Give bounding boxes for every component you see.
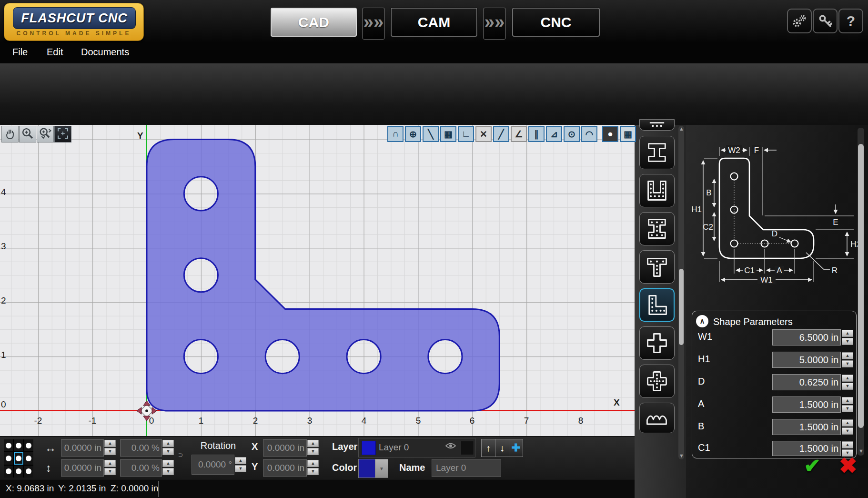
snap-tangent-button[interactable]: ⊙ [564, 126, 580, 142]
rotation-spinner[interactable]: ▲▼ [235, 457, 246, 473]
grid-snap-icon: ▦ [444, 129, 453, 140]
anchor-top-left[interactable] [4, 439, 13, 451]
shape-i-beam-holes[interactable] [639, 212, 675, 245]
snap-grid-button[interactable]: ▦ [440, 126, 456, 142]
width-spinner[interactable]: ▲▼ [104, 439, 116, 456]
height-percent-spinner[interactable]: ▲▼ [162, 459, 174, 476]
scroll-down-icon[interactable]: ▼ [858, 448, 864, 454]
layer-name-input[interactable]: Layer 0 [432, 459, 501, 477]
shape-i-beam[interactable] [639, 136, 675, 169]
snap-intersection-button[interactable]: ✕ [475, 126, 492, 142]
panel-scrollbar-thumb[interactable] [858, 144, 864, 428]
shape-cross[interactable] [639, 326, 675, 360]
shape-corrugated[interactable] [639, 403, 675, 433]
zoom-in-button[interactable] [19, 126, 36, 142]
zoom-window-button[interactable] [37, 126, 54, 142]
drawing-canvas[interactable]: Y X -2 -1 0 1 2 3 4 5 6 7 8 4 3 2 1 0 [0, 125, 635, 436]
snap-nearest-button[interactable]: ∩ [387, 126, 404, 142]
x-position-spinner[interactable]: ▲▼ [307, 439, 319, 456]
snap-corner-button[interactable]: ∟ [458, 126, 474, 142]
layer-name-text: Layer 0 [379, 442, 409, 453]
snap-parallel-button[interactable]: ∥ [528, 126, 545, 142]
collapse-parameters-button[interactable]: ∧ [696, 315, 708, 327]
menu-documents[interactable]: Documents [81, 47, 129, 58]
grid-display-toggle[interactable]: ▦ [620, 126, 636, 142]
snap-perpendicular-button[interactable]: ⊿ [546, 126, 562, 142]
param-input-a[interactable]: 1.5000 in [772, 396, 841, 413]
rotation-input[interactable]: 0.0000 ° [192, 455, 234, 475]
anchor-top-right[interactable] [24, 439, 33, 451]
param-a-spinner[interactable]: ▲▼ [842, 396, 853, 413]
param-input-d[interactable]: 0.6250 in [772, 374, 841, 390]
anchor-bottom-center[interactable] [14, 466, 23, 478]
param-b-spinner[interactable]: ▲▼ [842, 419, 853, 435]
grid-icon: ▦ [624, 129, 632, 140]
anchor-bottom-right[interactable] [24, 466, 33, 478]
height-input[interactable]: 0.0000 in [61, 459, 104, 477]
cad-mode-button[interactable]: CAD [271, 8, 357, 37]
height-spinner[interactable]: ▲▼ [104, 459, 116, 476]
origin-move-handle[interactable] [136, 400, 158, 422]
y-position-spinner[interactable]: ▲▼ [307, 459, 319, 476]
shape-l-bracket-selected[interactable] [639, 288, 675, 322]
param-input-h1[interactable]: 5.0000 in [772, 352, 841, 368]
cnc-mode-button[interactable]: CNC [512, 8, 600, 37]
cam-to-cnc-chevron[interactable]: »» [483, 8, 506, 40]
param-input-w1[interactable]: 6.5000 in [772, 329, 841, 346]
scroll-up-icon[interactable]: ▲ [679, 126, 684, 132]
y-position-input[interactable]: 0.0000 in [263, 459, 307, 477]
snap-endpoint-button[interactable]: ╲ [423, 126, 439, 142]
height-percent-input[interactable]: 0.00 % [120, 459, 162, 477]
snap-center-button[interactable]: ⊕ [405, 126, 421, 142]
anchor-middle-left[interactable] [4, 452, 13, 464]
menu-file[interactable]: File [12, 47, 28, 58]
anchor-bottom-left[interactable] [4, 466, 13, 478]
anchor-center-selected[interactable] [14, 452, 23, 464]
pan-button[interactable] [1, 126, 19, 142]
width-input[interactable]: 0.0000 in [61, 439, 104, 457]
scrollbar-thumb[interactable] [679, 269, 684, 345]
shape-u-channel[interactable] [639, 174, 675, 207]
settings-button[interactable] [787, 9, 812, 33]
layer-add-button[interactable]: ✚ [509, 439, 523, 457]
cam-mode-button[interactable]: CAM [391, 8, 477, 37]
shape-t-bracket[interactable] [639, 250, 675, 284]
snap-tangent-arc-button[interactable]: ◠ [581, 126, 597, 142]
color-selector[interactable]: ▼ [358, 459, 388, 478]
shape-cross-holes[interactable] [639, 365, 675, 398]
param-input-b[interactable]: 1.5000 in [772, 419, 841, 435]
gears-icon [792, 14, 807, 28]
anchor-middle-right[interactable] [24, 452, 33, 464]
dim-label-d: D [772, 229, 777, 238]
menu-edit[interactable]: Edit [47, 47, 63, 58]
eye-visibility-icon[interactable] [445, 442, 456, 451]
cancel-button[interactable]: ✖ [837, 455, 859, 477]
help-button[interactable]: ? [838, 9, 863, 33]
license-key-button[interactable] [813, 9, 838, 33]
shape-channel-partial[interactable] [639, 119, 675, 131]
x-position-input[interactable]: 0.0000 in [263, 439, 307, 457]
layer-up-button[interactable]: ↑ [482, 439, 495, 457]
anchor-top-center[interactable] [14, 439, 23, 451]
confirm-button[interactable]: ✔ [801, 456, 823, 476]
spin-down-icon: ▼ [842, 427, 853, 435]
param-w1-spinner[interactable]: ▲▼ [842, 329, 853, 346]
status-bar: X: 9.0683 in Y: 2.0135 in Z: 0.0000 in [0, 479, 635, 498]
layer-down-button[interactable]: ↓ [495, 439, 509, 457]
lock-aspect-icon[interactable]: ∩ [177, 452, 185, 458]
snap-angle-button[interactable]: ∠ [511, 126, 527, 142]
cad-to-cam-chevron[interactable]: »» [362, 8, 385, 40]
width-percent-spinner[interactable]: ▲▼ [162, 439, 174, 456]
panel-scrollbar[interactable]: ▼ [858, 128, 864, 456]
layer-cut-swatch[interactable] [461, 441, 474, 455]
point-display-toggle[interactable]: ● [602, 126, 618, 142]
width-percent-input[interactable]: 0.00 % [120, 439, 162, 457]
snap-midpoint-button[interactable]: ╱ [493, 126, 509, 142]
zoom-extents-button[interactable] [54, 126, 71, 142]
scroll-down-icon[interactable]: ▼ [679, 453, 684, 458]
param-d-spinner[interactable]: ▲▼ [842, 374, 853, 390]
param-h1-spinner[interactable]: ▲▼ [842, 352, 853, 368]
shape-library-scrollbar[interactable]: ▲ ▼ [678, 126, 684, 459]
layer-selector[interactable]: Layer 0 [358, 438, 475, 457]
l-bracket-part[interactable] [0, 125, 635, 436]
